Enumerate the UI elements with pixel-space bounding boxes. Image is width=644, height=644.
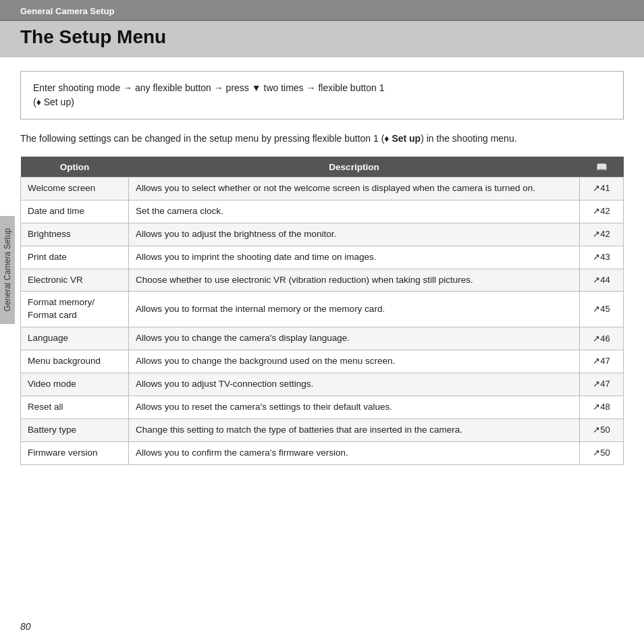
table-row: Electronic VR Choose whether to use elec… bbox=[21, 269, 624, 292]
desc-reset-all: Allows you to reset the camera's setting… bbox=[129, 396, 580, 419]
page-ref-menu-background: ↗47 bbox=[580, 350, 624, 373]
table-row: Welcome screen Allows you to select whet… bbox=[21, 178, 624, 200]
desc-brightness: Allows you to adjust the brightness of t… bbox=[129, 223, 580, 246]
table-row: Battery type Change this setting to matc… bbox=[21, 419, 624, 441]
desc-video-mode: Allows you to adjust TV-connection setti… bbox=[129, 373, 580, 396]
option-brightness: Brightness bbox=[21, 223, 129, 246]
instruction-box: Enter shooting mode → any flexible butto… bbox=[20, 71, 624, 119]
page-ref-electronic-vr: ↗44 bbox=[580, 269, 624, 292]
table-row: Reset all Allows you to reset the camera… bbox=[21, 396, 624, 419]
page-ref-video-mode: ↗47 bbox=[580, 373, 624, 396]
instruction-text: Enter shooting mode → any flexible butto… bbox=[33, 82, 384, 107]
desc-battery-type: Change this setting to match the type of… bbox=[129, 419, 580, 441]
desc-welcome-screen: Allows you to select whether or not the … bbox=[129, 178, 580, 200]
page-title: The Setup Menu bbox=[20, 26, 624, 48]
table-row: Language Allows you to change the camera… bbox=[21, 327, 624, 350]
table-row: Video mode Allows you to adjust TV-conne… bbox=[21, 373, 624, 396]
page-ref-welcome-screen: ↗41 bbox=[580, 178, 624, 200]
option-date-time: Date and time bbox=[21, 200, 129, 223]
desc-electronic-vr: Choose whether to use electronic VR (vib… bbox=[129, 269, 580, 292]
option-battery-type: Battery type bbox=[21, 419, 129, 441]
option-menu-background: Menu background bbox=[21, 350, 129, 373]
option-welcome-screen: Welcome screen bbox=[21, 178, 129, 200]
page-ref-battery-type: ↗50 bbox=[580, 419, 624, 441]
col-header-description: Description bbox=[129, 157, 580, 178]
desc-firmware-version: Allows you to confirm the camera's firmw… bbox=[129, 441, 580, 464]
option-video-mode: Video mode bbox=[21, 373, 129, 396]
page-ref-format-memory: ↗45 bbox=[580, 292, 624, 327]
intro-paragraph: The following settings can be changed in… bbox=[20, 132, 624, 146]
desc-menu-background: Allows you to change the background used… bbox=[129, 350, 580, 373]
desc-format-memory: Allows you to format the internal memory… bbox=[129, 292, 580, 327]
option-reset-all: Reset all bbox=[21, 396, 129, 419]
col-header-option: Option bbox=[21, 157, 129, 178]
page-title-area: The Setup Menu bbox=[0, 21, 644, 57]
main-content: Enter shooting mode → any flexible butto… bbox=[0, 57, 644, 479]
intro-text: The following settings can be changed in… bbox=[20, 133, 517, 144]
table-row: Date and time Set the camera clock. ↗42 bbox=[21, 200, 624, 223]
setup-menu-table: Option Description 📖 Welcome screen Allo… bbox=[20, 157, 624, 465]
col-header-page: 📖 bbox=[580, 157, 624, 178]
table-row: Firmware version Allows you to confirm t… bbox=[21, 441, 624, 464]
table-row: Menu background Allows you to change the… bbox=[21, 350, 624, 373]
option-firmware-version: Firmware version bbox=[21, 441, 129, 464]
table-row: Format memory/ Format card Allows you to… bbox=[21, 292, 624, 327]
desc-print-date: Allows you to imprint the shooting date … bbox=[129, 246, 580, 269]
header-bar: General Camera Setup bbox=[0, 0, 644, 21]
page-ref-date-time: ↗42 bbox=[580, 200, 624, 223]
desc-language: Allows you to change the camera's displa… bbox=[129, 327, 580, 350]
section-label: General Camera Setup bbox=[20, 6, 114, 16]
desc-date-time: Set the camera clock. bbox=[129, 200, 580, 223]
option-language: Language bbox=[21, 327, 129, 350]
table-row: Brightness Allows you to adjust the brig… bbox=[21, 223, 624, 246]
page-ref-language: ↗46 bbox=[580, 327, 624, 350]
page-ref-firmware-version: ↗50 bbox=[580, 441, 624, 464]
page-ref-reset-all: ↗48 bbox=[580, 396, 624, 419]
option-print-date: Print date bbox=[21, 246, 129, 269]
table-row: Print date Allows you to imprint the sho… bbox=[21, 246, 624, 269]
option-format-memory: Format memory/ Format card bbox=[21, 292, 129, 327]
page-number: 80 bbox=[20, 621, 31, 632]
option-electronic-vr: Electronic VR bbox=[21, 269, 129, 292]
page-ref-brightness: ↗42 bbox=[580, 223, 624, 246]
page-ref-print-date: ↗43 bbox=[580, 246, 624, 269]
